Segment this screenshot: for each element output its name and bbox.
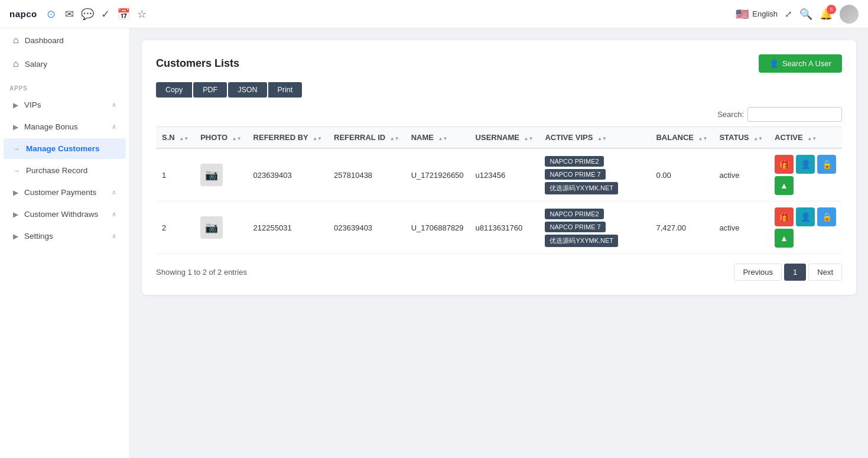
avatar[interactable] xyxy=(840,5,859,24)
sidebar-item-label: Dashboard xyxy=(25,36,64,45)
sidebar-item-label: Manage Bonus xyxy=(24,122,78,131)
col-status: STATUS ▲▼ xyxy=(713,127,769,149)
sort-arrows-name[interactable]: ▲▼ xyxy=(438,137,448,141)
sidebar: ⌂ Dashboard ⌂ Salary APPS ▶ VIPs ∧ ▶ Man… xyxy=(0,28,130,458)
arrow-icon-payments: ▶ xyxy=(13,189,18,197)
chevron-withdraws: ∧ xyxy=(112,210,116,218)
vip-badges-container: NAPCO PRIME2NAPCO PRIME 7优选源码YXYMK.NET xyxy=(545,156,644,194)
sidebar-section-apps: APPS xyxy=(0,76,129,94)
avatar-image xyxy=(840,5,859,24)
camera-icon: 📷 xyxy=(205,168,218,181)
cell-name: U_1721926650 xyxy=(405,148,470,202)
photo-placeholder: 📷 xyxy=(200,164,223,186)
sort-arrows-referral[interactable]: ▲▼ xyxy=(390,137,399,141)
gift-button[interactable]: 🎁 xyxy=(775,155,794,174)
camera-icon: 📷 xyxy=(205,221,218,234)
page-1-button[interactable]: 1 xyxy=(784,264,806,281)
user-button[interactable]: 👤 xyxy=(796,155,815,174)
home-icon-salary: ⌂ xyxy=(13,59,19,69)
json-button[interactable]: JSON xyxy=(228,82,266,98)
toolbar: Copy PDF JSON Print xyxy=(156,82,842,98)
vip-badge: NAPCO PRIME2 xyxy=(545,209,603,219)
triangle-button[interactable]: ▲ xyxy=(775,176,794,195)
page-title: Customers Lists xyxy=(156,57,239,70)
sidebar-item-manage-customers[interactable]: → Manage Customers xyxy=(4,138,126,159)
previous-button[interactable]: Previous xyxy=(734,264,782,281)
table-search-row: Search: xyxy=(156,107,842,122)
sidebar-item-label: Customer Withdraws xyxy=(24,210,98,219)
chevron-vips: ∧ xyxy=(112,101,116,109)
showing-text: Showing 1 to 2 of 2 entries xyxy=(156,268,247,277)
customers-card: Customers Lists 👤 Search A User Copy PDF… xyxy=(142,40,856,295)
sort-arrows-status[interactable]: ▲▼ xyxy=(753,137,763,141)
search-user-button[interactable]: 👤 Search A User xyxy=(759,54,842,73)
next-button[interactable]: Next xyxy=(808,264,842,281)
home-icon: ⌂ xyxy=(13,35,19,46)
cell-balance: 7,427.00 xyxy=(650,202,713,254)
sidebar-item-customer-payments[interactable]: ▶ Customer Payments ∧ xyxy=(4,182,126,203)
sidebar-item-salary[interactable]: ⌂ Salary xyxy=(4,53,126,75)
topnav: napco ⊙ ✉ 💬 ✓ 📅 ☆ 🇺🇸 English ⤢ 🔍 🔔 5 xyxy=(0,0,868,28)
check-icon[interactable]: ✓ xyxy=(101,8,110,21)
notification-icon[interactable]: 🔔 5 xyxy=(820,8,833,21)
vip-badge: 优选源码YXYMK.NET xyxy=(545,182,618,194)
chevron-settings: ∧ xyxy=(112,232,116,240)
col-active: ACTIVE ▲▼ xyxy=(769,127,842,149)
sort-arrows-balance[interactable]: ▲▼ xyxy=(698,137,708,141)
sort-arrows-username[interactable]: ▲▼ xyxy=(524,137,534,141)
print-button[interactable]: Print xyxy=(268,82,303,98)
sort-arrows-referred[interactable]: ▲▼ xyxy=(313,137,322,141)
fullscreen-icon[interactable]: ⤢ xyxy=(785,9,792,20)
gift-button[interactable]: 🎁 xyxy=(775,207,794,226)
sidebar-item-vips[interactable]: ▶ VIPs ∧ xyxy=(4,95,126,115)
lock-button[interactable]: 🔒 xyxy=(817,155,836,174)
triangle-button[interactable]: ▲ xyxy=(775,229,794,248)
search-user-label: Search A User xyxy=(782,59,831,68)
main-content: Customers Lists 👤 Search A User Copy PDF… xyxy=(130,28,868,458)
sidebar-item-label: VIPs xyxy=(24,100,41,109)
cell-actions: 🎁 👤 🔒 ▲ xyxy=(769,148,842,202)
col-name: NAME ▲▼ xyxy=(405,127,470,149)
pagination-row: Showing 1 to 2 of 2 entries Previous 1 N… xyxy=(156,264,842,281)
sidebar-item-purchase-record[interactable]: → Purchase Record xyxy=(4,160,126,181)
search-input[interactable] xyxy=(747,107,842,122)
sort-arrows-photo[interactable]: ▲▼ xyxy=(232,137,242,141)
pdf-button[interactable]: PDF xyxy=(193,82,227,98)
calendar-icon[interactable]: 📅 xyxy=(117,8,130,21)
cell-sn: 1 xyxy=(156,148,194,202)
search-label: Search: xyxy=(717,110,744,119)
sidebar-item-label: Salary xyxy=(25,60,47,69)
vip-badge: NAPCO PRIME 7 xyxy=(545,222,605,232)
copy-button[interactable]: Copy xyxy=(156,82,192,98)
arrow-icon-settings: ▶ xyxy=(13,232,18,241)
action-buttons: 🎁 👤 🔒 ▲ xyxy=(775,155,836,195)
star-icon[interactable]: ☆ xyxy=(137,8,147,21)
sidebar-item-dashboard[interactable]: ⌂ Dashboard xyxy=(4,29,126,51)
sort-arrows-vips[interactable]: ▲▼ xyxy=(597,137,607,141)
layout: ⌂ Dashboard ⌂ Salary APPS ▶ VIPs ∧ ▶ Man… xyxy=(0,28,868,458)
table-row: 2📷212255031023639403U_1706887829u8113631… xyxy=(156,202,842,254)
mail-icon[interactable]: ✉ xyxy=(65,8,74,21)
vip-badge: 优选源码YXYMK.NET xyxy=(545,235,618,247)
sort-arrows-sn[interactable]: ▲▼ xyxy=(179,137,188,141)
user-button[interactable]: 👤 xyxy=(796,207,815,226)
cell-referral-id: 257810438 xyxy=(328,148,405,202)
col-active-vips: ACTIVE VIPS ▲▼ xyxy=(539,127,650,149)
cell-sn: 2 xyxy=(156,202,194,254)
chevron-payments: ∧ xyxy=(112,189,116,196)
search-icon[interactable]: 🔍 xyxy=(799,8,812,21)
sidebar-item-manage-bonus[interactable]: ▶ Manage Bonus ∧ xyxy=(4,116,126,137)
search-user-icon: 👤 xyxy=(769,59,779,68)
cell-referral-id: 023639403 xyxy=(328,202,405,254)
sort-arrows-active[interactable]: ▲▼ xyxy=(807,137,817,141)
sidebar-item-settings[interactable]: ▶ Settings ∧ xyxy=(4,226,126,246)
brand-icon[interactable]: ⊙ xyxy=(47,8,56,21)
sidebar-item-customer-withdraws[interactable]: ▶ Customer Withdraws ∧ xyxy=(4,204,126,225)
table-header-row: S.N ▲▼ PHOTO ▲▼ REFERRED BY ▲▼ REFERRA xyxy=(156,127,842,149)
col-photo: PHOTO ▲▼ xyxy=(194,127,247,149)
vip-badge: NAPCO PRIME2 xyxy=(545,156,603,167)
chat-icon[interactable]: 💬 xyxy=(81,8,94,21)
topnav-right: 🇺🇸 English ⤢ 🔍 🔔 5 xyxy=(736,5,859,24)
lock-button[interactable]: 🔒 xyxy=(817,207,836,226)
language-selector[interactable]: 🇺🇸 English xyxy=(736,8,778,21)
